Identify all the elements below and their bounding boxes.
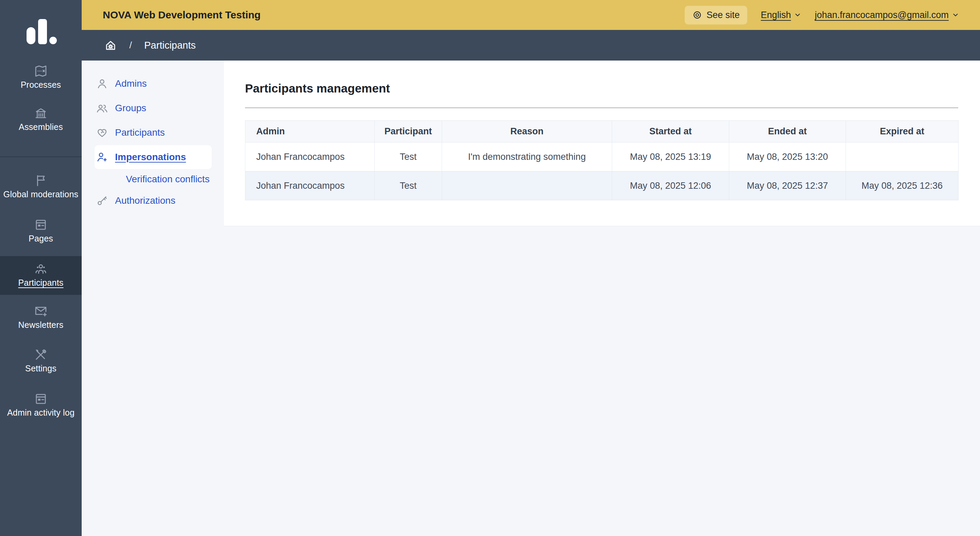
subnav-item-label: Verification conflicts [126,174,210,185]
cell-admin: Johan Francocampos [245,171,375,200]
eye-circle-icon [692,10,702,20]
cell-participant: Test [375,171,442,200]
column-header-admin: Admin [245,121,375,143]
sidebar-item-global-moderations[interactable]: Global moderations [0,173,82,199]
cell-started-at: May 08, 2025 13:19 [612,143,729,171]
map-icon [34,64,48,78]
sidebar-item-assemblies[interactable]: Assemblies [0,106,82,132]
sidebar-item-label: Processes [0,80,82,90]
sidebar-item-admin-activity-log[interactable]: Admin activity log [0,392,82,418]
heart-link-icon [96,127,108,139]
tools-icon [34,347,48,362]
secondary-nav: Admins Groups Participants [82,60,224,536]
sidebar-item-pages[interactable]: Pages [0,218,82,244]
subnav-item-authorizations[interactable]: Authorizations [82,191,224,210]
see-site-button[interactable]: See site [685,6,747,24]
table-header-row: Admin Participant Reason Started at Ende… [245,121,959,143]
subnav-item-label: Participants [115,127,165,138]
home-gear-icon[interactable] [104,39,117,52]
key-icon [96,195,108,207]
sidebar-item-label: Newsletters [0,320,82,330]
mail-add-icon [34,304,48,318]
subnav-item-label: Groups [115,103,146,114]
subnav-item-label: Admins [115,78,147,89]
page-body: Admins Groups Participants [82,60,980,536]
main-sidebar: Processes Assemblies Global moderations … [0,0,82,536]
top-bar: NOVA Web Development Testing See site En… [82,0,980,30]
cell-reason: I'm demonstrating something [442,143,612,171]
team-icon [34,262,48,276]
subnav-item-groups[interactable]: Groups [82,98,224,118]
subnav-item-label: Impersonations [115,152,186,163]
flag-icon [34,173,48,188]
user-icon [96,78,108,90]
subnav-item-participants[interactable]: Participants [82,123,224,142]
heading-divider [245,108,958,108]
sidebar-item-label: Admin activity log [0,408,82,418]
language-label: English [761,10,791,21]
column-header-expired-at: Expired at [846,121,959,143]
sidebar-item-label: Pages [0,234,82,244]
cell-reason [442,171,612,200]
breadcrumb-current: Participants [144,40,196,51]
breadcrumb: / Participants [82,30,980,60]
page-title: Participants management [245,82,980,95]
cell-started-at: May 08, 2025 12:06 [612,171,729,200]
topbar-controls: See site English johan.francocampos@gmai… [685,6,980,24]
user-add-icon [96,151,108,163]
sidebar-item-label: Assemblies [0,122,82,132]
pages-icon [34,218,48,232]
organization-title: NOVA Web Development Testing [82,9,261,21]
cell-ended-at: May 08, 2025 13:20 [729,143,846,171]
account-menu[interactable]: johan.francocampos@gmail.com [815,10,959,21]
subnav-item-label: Authorizations [115,195,175,206]
column-header-participant: Participant [375,121,442,143]
column-header-ended-at: Ended at [729,121,846,143]
cell-expired-at [846,143,959,171]
activity-log-icon [34,392,48,406]
breadcrumb-separator: / [129,40,132,51]
sidebar-item-processes[interactable]: Processes [0,64,82,90]
language-selector[interactable]: English [761,10,801,21]
sidebar-item-label: Settings [0,363,82,373]
sidebar-item-label: Global moderations [0,189,82,199]
sidebar-item-newsletters[interactable]: Newsletters [0,304,82,330]
decidim-logo [24,18,59,46]
cell-admin: Johan Francocampos [245,143,375,171]
table-row: Johan Francocampos Test I'm demonstratin… [245,143,959,171]
sidebar-item-label: Participants [0,278,82,288]
subnav-item-impersonations[interactable]: Impersonations [95,145,212,169]
account-email: johan.francocampos@gmail.com [815,10,949,21]
group-icon [96,102,108,114]
main-content: Participants management Admin Participan… [224,60,980,226]
column-header-reason: Reason [442,121,612,143]
see-site-label: See site [706,10,740,21]
subnav-item-admins[interactable]: Admins [82,74,224,93]
column-header-started-at: Started at [612,121,729,143]
chevron-down-icon [794,11,801,18]
cell-participant: Test [375,143,442,171]
impersonations-table: Admin Participant Reason Started at Ende… [245,121,959,200]
sidebar-divider [0,157,82,157]
chevron-down-icon [952,11,959,18]
building-icon [34,106,48,121]
sidebar-item-participants[interactable]: Participants [0,256,82,295]
subnav-item-verification-conflicts[interactable]: Verification conflicts [82,170,224,189]
table-row: Johan Francocampos Test May 08, 2025 12:… [245,171,959,200]
cell-ended-at: May 08, 2025 12:37 [729,171,846,200]
sidebar-item-settings[interactable]: Settings [0,347,82,373]
cell-expired-at: May 08, 2025 12:36 [846,171,959,200]
